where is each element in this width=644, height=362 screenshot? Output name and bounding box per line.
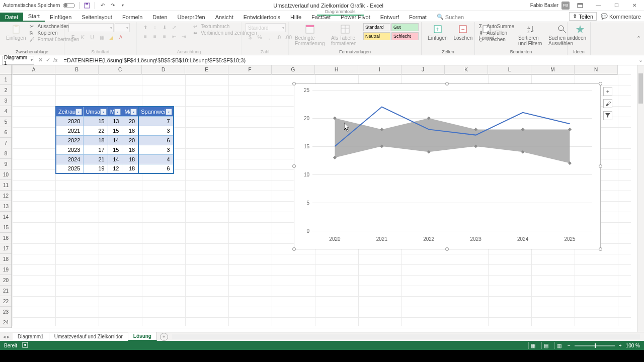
currency-button[interactable]: $ (246, 33, 255, 41)
tab-powerpivot[interactable]: Power Pivot (336, 13, 375, 22)
fill-color-button[interactable]: ◢ (107, 33, 116, 41)
zoom-out-button[interactable]: − (568, 343, 571, 348)
cell-style-standard[interactable]: Standard (363, 23, 390, 31)
align-middle-button[interactable]: ↕ (150, 23, 159, 31)
redo-icon[interactable]: ↷ (109, 2, 116, 9)
ribbon-options-icon[interactable] (573, 1, 588, 11)
vertical-scrollbar[interactable] (637, 65, 644, 332)
chart-styles-button[interactable]: 🖌 (603, 99, 612, 108)
orientation-button[interactable]: ⤢ (170, 23, 179, 31)
font-family-combo[interactable] (68, 23, 114, 32)
filter-icon[interactable]: ▾ (114, 109, 121, 115)
cell-style-neutral[interactable]: Neutral (363, 32, 390, 40)
comments-button[interactable]: 💬Kommentare (601, 13, 641, 20)
border-button[interactable]: ▦ (97, 33, 106, 41)
user-name[interactable]: Fabio Basler (530, 3, 558, 8)
view-page-layout-button[interactable]: ▤ (541, 342, 550, 349)
align-top-button[interactable]: ⬆ (141, 23, 150, 31)
collapse-ribbon-button[interactable]: ⌃ (636, 35, 644, 42)
select-all-triangle[interactable] (0, 65, 12, 74)
worksheet-area[interactable]: ABCDEFGHIJKLMN 1234567891011121314151617… (0, 65, 644, 332)
table-row[interactable]: 20212215183 (56, 126, 174, 135)
ideas-button[interactable]: Ideen (572, 23, 588, 42)
sheet-tab-loesung[interactable]: Lösung (128, 332, 157, 341)
filter-icon[interactable]: ▾ (100, 109, 107, 115)
close-button[interactable]: ✕ (627, 1, 642, 11)
table-row[interactable]: 20221814206 (56, 135, 174, 145)
zoom-slider[interactable] (575, 345, 615, 346)
dec-decimal-button[interactable]: .00 (284, 33, 293, 41)
table-row[interactable]: 20231715183 (56, 145, 174, 154)
tab-factset[interactable]: FactSet (306, 13, 336, 22)
user-avatar[interactable]: FB (561, 2, 570, 10)
tab-design[interactable]: Entwurf (375, 13, 404, 22)
table-row[interactable]: 20251912186 (56, 164, 174, 173)
column-headers[interactable]: ABCDEFGHIJKLMN (12, 65, 618, 74)
th-zeitraum[interactable]: Zeitraum▾ (56, 107, 84, 116)
macro-record-icon[interactable] (22, 342, 28, 349)
comma-button[interactable]: , (265, 33, 274, 41)
expand-formula-bar[interactable]: ⌄ (637, 57, 644, 63)
sheet-nav-next[interactable]: ▸ (7, 334, 10, 339)
chart-object[interactable]: 0510152025202020212022202320242025 + 🖌 (294, 83, 601, 249)
align-center-button[interactable]: ≡ (150, 32, 159, 40)
tab-file[interactable]: Datei (0, 13, 23, 22)
tab-help[interactable]: Hilfe (285, 13, 306, 22)
zoom-in-button[interactable]: + (619, 343, 622, 348)
align-bottom-button[interactable]: ⬇ (160, 23, 169, 31)
view-normal-button[interactable]: ▦ (528, 342, 537, 349)
indent-dec-button[interactable]: ⇤ (170, 32, 179, 40)
save-icon[interactable] (84, 2, 91, 9)
tab-format[interactable]: Format (404, 13, 432, 22)
minimize-button[interactable]: — (591, 1, 606, 11)
fill-button[interactable]: ⬇Ausfüllen (479, 30, 514, 36)
paste-button[interactable]: Einfügen (4, 23, 28, 42)
table-row[interactable]: 20242114184 (56, 154, 174, 164)
sort-filter-button[interactable]: AZSortieren und Filtern (516, 23, 544, 47)
th-spannweite[interactable]: Spannweite▾ (138, 107, 174, 116)
horizontal-scrollbar[interactable] (172, 334, 640, 339)
th-min[interactable]: Min▾ (108, 107, 122, 116)
tab-layout[interactable]: Seitenlayout (76, 13, 117, 22)
italic-button[interactable]: K (78, 33, 87, 41)
cell-style-bad[interactable]: Schlecht (391, 32, 419, 40)
autosum-button[interactable]: ΣAutoSumme (479, 23, 514, 29)
cell-style-gut[interactable]: Gut (391, 23, 419, 31)
share-button[interactable]: ⇪Teilen (569, 12, 597, 21)
insert-cells-button[interactable]: +Einfügen (426, 23, 449, 42)
conditional-formatting-button[interactable]: Bedingte Formatierung (293, 23, 327, 47)
th-umsatz[interactable]: Umsatz▾ (84, 107, 108, 116)
percent-button[interactable]: % (255, 33, 264, 41)
tab-developer[interactable]: Entwicklertools (238, 13, 285, 22)
chart-elements-button[interactable]: + (603, 87, 612, 96)
formula-input[interactable]: =DATENREIHE(Lösung!$F$4;Lösung!$B$5:$B$1… (62, 57, 637, 63)
indent-inc-button[interactable]: ⇥ (179, 32, 188, 40)
autosave-toggle[interactable] (63, 3, 75, 8)
sheet-tab-umsatz[interactable]: Umsatzverlauf und Zielkorridor (49, 333, 128, 340)
tab-home[interactable]: Start (23, 12, 45, 22)
cancel-formula-icon[interactable]: ✕ (38, 57, 43, 63)
clear-button[interactable]: ◇Löschen (479, 36, 514, 42)
zoom-level[interactable]: 100 % (626, 343, 640, 348)
data-table[interactable]: Zeitraum▾ Umsatz▾ Min▾ Max▾ Spannweite▾ … (55, 106, 174, 174)
tab-insert[interactable]: Einfügen (45, 13, 76, 22)
number-format-combo[interactable]: Standard (246, 23, 286, 32)
new-sheet-button[interactable]: + (160, 333, 168, 341)
align-left-button[interactable]: ≡ (141, 32, 150, 40)
sheet-tab-diagramm1[interactable]: Diagramm1 (13, 333, 49, 340)
filter-icon[interactable]: ▾ (166, 109, 172, 115)
chart-filter-button[interactable] (603, 111, 612, 120)
th-max[interactable]: Max▾ (122, 107, 138, 116)
bold-button[interactable]: F (68, 33, 77, 41)
chart-plot-area[interactable]: 0510152025202020212022202320242025 (312, 90, 592, 231)
fx-icon[interactable]: fx (53, 57, 58, 63)
font-color-button[interactable]: A (116, 33, 125, 41)
qat-customize-icon[interactable]: ▾ (119, 2, 126, 9)
filter-icon[interactable]: ▾ (130, 109, 137, 115)
inc-decimal-button[interactable]: .0 (274, 33, 283, 41)
enter-formula-icon[interactable]: ✓ (46, 57, 50, 63)
tab-data[interactable]: Daten (147, 13, 172, 22)
maximize-button[interactable]: ☐ (609, 1, 624, 11)
table-row[interactable]: 20201513207 (56, 116, 174, 126)
tab-review[interactable]: Überprüfen (173, 13, 210, 22)
